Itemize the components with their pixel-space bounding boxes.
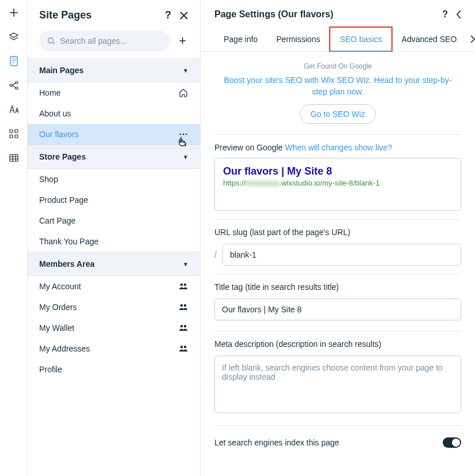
connections-icon[interactable] [8, 80, 20, 91]
page-item-cart[interactable]: Cart Page [28, 210, 200, 231]
settings-body: Get Found On Google Boost your site's SE… [201, 52, 475, 476]
page-item-about[interactable]: About us [28, 103, 200, 124]
svg-rect-5 [15, 130, 18, 133]
url-slug-input[interactable] [223, 244, 461, 266]
apps-icon[interactable] [8, 128, 20, 139]
tab-permissions[interactable]: Permissions [267, 28, 329, 51]
page-item-thankyou[interactable]: Thank You Page [28, 231, 200, 252]
home-icon [178, 88, 189, 97]
typography-icon[interactable] [8, 104, 20, 115]
page-item-my-orders[interactable]: My Orders [28, 297, 200, 318]
svg-rect-0 [10, 56, 17, 66]
google-preview: Our flavors | My Site 8 https://xxxxxxxx… [214, 158, 461, 211]
search-icon [47, 37, 55, 45]
page-item-my-account[interactable]: My Account [28, 276, 200, 297]
settings-title: Page Settings (Our flavors) [214, 9, 333, 20]
search-box[interactable] [39, 31, 169, 51]
svg-point-12 [186, 134, 187, 135]
pages-title: Site Pages [39, 9, 92, 21]
settings-header: Page Settings (Our flavors) ? [201, 0, 475, 27]
svg-point-13 [180, 284, 183, 286]
divider [214, 425, 461, 426]
index-toggle-label: Let search engines index this page [214, 438, 339, 447]
chevron-down-icon: ▼ [183, 154, 189, 160]
index-toggle-row: Let search engines index this page [214, 434, 461, 451]
svg-point-9 [48, 38, 54, 43]
page-item-shop[interactable]: Shop [28, 169, 200, 190]
table-icon[interactable] [8, 152, 20, 164]
section-members-area[interactable]: Members Area ▼ [28, 252, 200, 276]
svg-rect-6 [10, 135, 13, 138]
tabs: Page info Permissions SEO basics Advance… [201, 27, 475, 52]
cursor-icon [178, 137, 187, 147]
index-toggle[interactable] [443, 437, 461, 448]
page-item-my-addresses[interactable]: My Addresses [28, 338, 200, 359]
help-icon[interactable]: ? [442, 9, 448, 20]
meta-desc-label: Meta description (description in search … [214, 339, 461, 349]
add-page-button[interactable]: + [176, 33, 189, 48]
svg-point-11 [183, 134, 184, 135]
svg-rect-7 [15, 135, 18, 138]
slug-prefix: / [214, 250, 217, 259]
section-main-pages[interactable]: Main Pages ▼ [28, 58, 200, 82]
tab-advanced-seo[interactable]: Advanced SEO [393, 28, 466, 51]
members-icon [178, 324, 189, 331]
chevron-down-icon: ▼ [183, 261, 189, 267]
preview-changes-link[interactable]: When will changes show live? [285, 143, 392, 152]
close-icon[interactable] [179, 11, 189, 20]
layers-icon[interactable] [8, 31, 20, 43]
tab-seo-basics[interactable]: SEO basics [329, 27, 392, 52]
page-item-product[interactable]: Product Page [28, 190, 200, 210]
promo-text: Boost your site's SEO with Wix SEO Wiz. … [223, 75, 453, 97]
svg-point-10 [180, 134, 182, 135]
svg-rect-4 [10, 130, 13, 133]
svg-point-17 [180, 325, 183, 327]
back-icon[interactable] [456, 10, 461, 19]
pages-panel: Site Pages ? + Main Pages ▼ Home About u… [28, 0, 201, 476]
svg-point-15 [180, 304, 183, 307]
seo-wiz-button[interactable]: Go to SEO Wiz [300, 104, 376, 124]
preview-url: https://xxxxxxxxx.wixstudio.io/my-site-8… [223, 179, 453, 187]
help-icon[interactable]: ? [165, 9, 171, 21]
divider [214, 274, 461, 274]
divider [214, 331, 461, 331]
pages-header: Site Pages ? [28, 0, 200, 31]
page-item-home[interactable]: Home [28, 82, 200, 103]
members-icon [178, 304, 189, 311]
page-item-profile[interactable]: Profile [28, 359, 200, 380]
icon-rail [0, 0, 28, 476]
more-icon[interactable] [178, 133, 189, 135]
pages-icon[interactable] [8, 55, 20, 67]
svg-point-18 [184, 325, 186, 327]
meta-desc-input[interactable] [214, 356, 461, 413]
members-icon [178, 283, 189, 290]
divider [214, 219, 461, 220]
title-tag-input[interactable] [214, 299, 461, 320]
svg-point-1 [10, 84, 12, 86]
divider [214, 134, 461, 135]
url-slug-label: URL slug (last part of the page's URL) [214, 228, 461, 237]
members-icon [178, 345, 189, 352]
add-icon[interactable] [8, 7, 20, 18]
promo-subtitle: Get Found On Google [214, 62, 461, 70]
search-input[interactable] [60, 36, 161, 46]
page-item-our-flavors[interactable]: Our flavors [28, 124, 200, 145]
chevron-down-icon: ▼ [183, 67, 189, 74]
tab-page-info[interactable]: Page info [214, 28, 267, 51]
svg-point-2 [16, 81, 18, 84]
svg-point-3 [16, 87, 18, 89]
svg-point-16 [184, 304, 186, 307]
svg-point-20 [184, 346, 186, 348]
title-tag-label: Title tag (title in search results title… [214, 282, 461, 292]
svg-point-19 [180, 346, 183, 348]
section-store-pages[interactable]: Store Pages ▼ [28, 145, 200, 169]
tabs-scroll-right[interactable] [466, 31, 475, 48]
preview-title: Our flavors | My Site 8 [223, 165, 453, 177]
page-item-my-wallet[interactable]: My Wallet [28, 318, 200, 338]
search-row: + [28, 31, 200, 58]
svg-rect-8 [10, 154, 18, 161]
settings-panel: Page Settings (Our flavors) ? Page info … [201, 0, 475, 476]
preview-label: Preview on Google When will changes show… [214, 143, 461, 152]
svg-point-14 [184, 284, 186, 286]
